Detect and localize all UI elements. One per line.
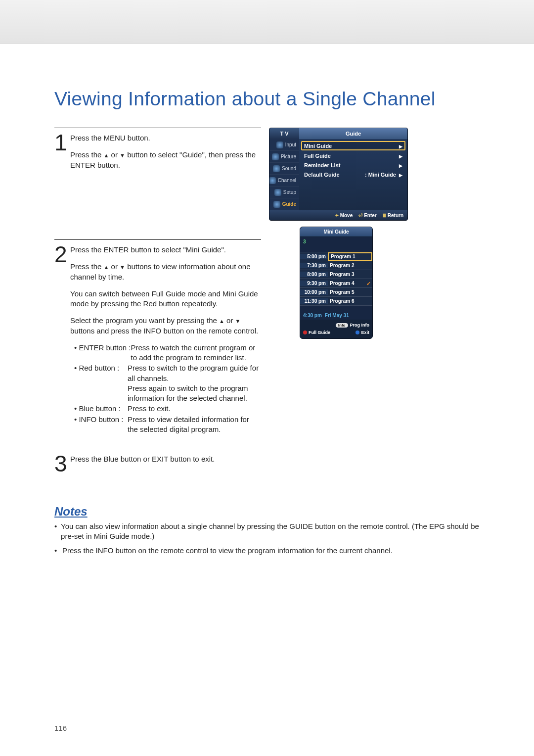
step-3-p1: Press the Blue button or EXIT button to … [70,454,261,464]
osd1-row-default-guide[interactable]: Default Guide : Mini Guide [302,170,404,179]
enter-icon: ⏎ [358,213,362,218]
bullet-blue-button: Blue button : Press to exit. [74,404,261,414]
arrow-up-icon [219,316,224,325]
osd1-row-full-guide[interactable]: Full Guide [302,151,404,160]
osd2-title: Mini Guide [300,227,372,237]
check-icon: ✓ [366,281,371,287]
notes-section: Notes You can also view information abou… [54,505,480,556]
osd2-program-row[interactable]: 8:00 pmProgram 3 [300,270,372,279]
osd1-side-guide[interactable]: Guide [269,198,299,210]
step-1-number: 1 [54,131,70,177]
osd2-row-time: 7:30 pm [300,263,328,268]
note-1: You can also view information about a si… [54,521,480,542]
chevron-right-icon [399,143,402,149]
osd1-main-panel: Mini Guide Full Guide Reminder List Defa… [299,139,407,210]
sound-icon [273,165,280,172]
chevron-right-icon [399,153,402,159]
notes-list: You can also view information about a si… [54,521,480,556]
osd1-header-title: Guide [299,128,407,139]
page-number: 116 [54,724,67,732]
note-2: Press the INFO button on the remote cont… [54,546,480,556]
osd2-program-row[interactable]: 9:30 pmProgram 4✓ [300,279,372,287]
osd2-row-program: Program 2 [328,263,372,268]
return-icon: Ⅲ [383,213,386,218]
osd2-program-list: 5:00 pmProgram 17:30 pmProgram 28:00 pmP… [300,252,372,305]
arrow-down-icon [120,262,125,271]
step-2-number: 2 [54,243,70,435]
chevron-right-icon [399,172,402,178]
osd2-row-program: Program 4✓ [328,281,372,286]
step-2-p2: Press the or buttons to view information… [70,262,261,282]
arrow-down-icon [120,150,125,159]
setup-icon [274,189,281,196]
step-1-line2: Press the or button to select "Guide", t… [70,150,261,170]
step-3-block: 3 Press the Blue button or EXIT button t… [54,435,480,475]
notes-heading: Notes [54,505,480,519]
bullet-enter-button: ENTER button : Press to watch the curren… [74,343,261,363]
step-2-button-list: ENTER button : Press to watch the curren… [70,343,261,434]
divider [54,239,261,240]
red-dot-icon [303,331,307,334]
chevron-right-icon [399,162,402,168]
top-bar [0,0,534,44]
osd1-footer-enter: ⏎Enter [358,213,377,218]
osd2-now-time: 4:30 pm [303,313,322,318]
step-2-p3: You can switch between Full Guide mode a… [70,289,261,309]
osd2-now-row: 4:30 pm Fri May 31 [300,311,372,320]
page-content: Viewing Information about a Single Chann… [0,44,534,556]
osd2-row-time: 10:00 pm [300,289,328,295]
guide-icon [273,201,280,208]
osd1-side-sound[interactable]: Sound [269,163,299,175]
osd2-now-date: Fri May 31 [325,313,349,318]
osd1-row-mini-guide[interactable]: Mini Guide [301,141,405,150]
bullet-info-button: INFO button : Press to view detailed inf… [74,415,261,435]
osd1-sidebar: Input Picture Sound Channel Setup Guide [269,139,299,210]
channel-icon [269,177,276,184]
osd2-channel-number: 3 [300,237,372,252]
osd2-program-row[interactable]: 7:30 pmProgram 2 [300,261,372,270]
osd2-row-program: Program 5 [328,289,372,295]
input-icon [276,142,283,148]
info-pill[interactable]: Info [336,323,348,328]
step-1-line1: Press the MENU button. [70,133,261,143]
osd1-footer-move: ✦Move [335,213,353,218]
osd-mini-guide: Mini Guide 3 5:00 pmProgram 17:30 pmProg… [300,227,373,339]
step-2-p1: Press the ENTER button to select "Mini G… [70,245,261,255]
osd2-fullguide-action[interactable]: Full Guide [303,330,330,335]
divider [54,128,261,128]
osd2-exit-action[interactable]: Exit [356,330,369,335]
osd1-side-setup[interactable]: Setup [269,187,299,198]
move-icon: ✦ [335,213,339,218]
step-3-body: Press the Blue button or EXIT button to … [70,452,261,475]
osd1-row-reminder-list[interactable]: Reminder List [302,160,404,170]
osd1-side-picture[interactable]: Picture [269,151,299,163]
divider [54,449,261,449]
osd2-row-program: Program 1 [328,252,372,261]
osd2-row-time: 9:30 pm [300,281,328,286]
osd1-side-input[interactable]: Input [269,139,299,151]
step-2-body: Press the ENTER button to select "Mini G… [70,243,261,435]
osd1-side-channel[interactable]: Channel [269,175,299,187]
osd-guide-menu: T V Guide Input Picture Sound Channel Se… [269,128,408,221]
osd2-proginfo-label: Prog Info [350,323,370,328]
page-title: Viewing Information about a Single Chann… [54,88,480,110]
bullet-red-button: Red button : Press to switch to the prog… [74,363,261,403]
step-3-number: 3 [54,452,70,475]
osd2-program-row[interactable]: 5:00 pmProgram 1 [300,252,372,261]
arrow-down-icon [235,316,241,325]
osd2-footer: Info Prog Info Full Guide Exit [300,320,372,338]
osd1-footer-return: ⅢReturn [383,213,403,218]
osd2-program-row[interactable]: 10:00 pmProgram 5 [300,287,372,296]
osd1-footer: ✦Move ⏎Enter ⅢReturn [269,210,407,220]
osd2-row-time: 8:00 pm [300,272,328,277]
osd2-program-row[interactable]: 11:30 pmProgram 6 [300,296,372,305]
picture-icon [272,153,279,160]
blue-dot-icon [356,331,359,334]
osd2-row-time: 11:30 pm [300,298,328,304]
osd2-separator [300,305,372,311]
step-2-p4: Select the program you want by pressing … [70,316,261,336]
osd2-row-program: Program 6 [328,298,372,304]
step-1-body: Press the MENU button. Press the or butt… [70,131,261,177]
arrow-up-icon [104,150,109,159]
osd1-tv-label: T V [269,128,299,139]
